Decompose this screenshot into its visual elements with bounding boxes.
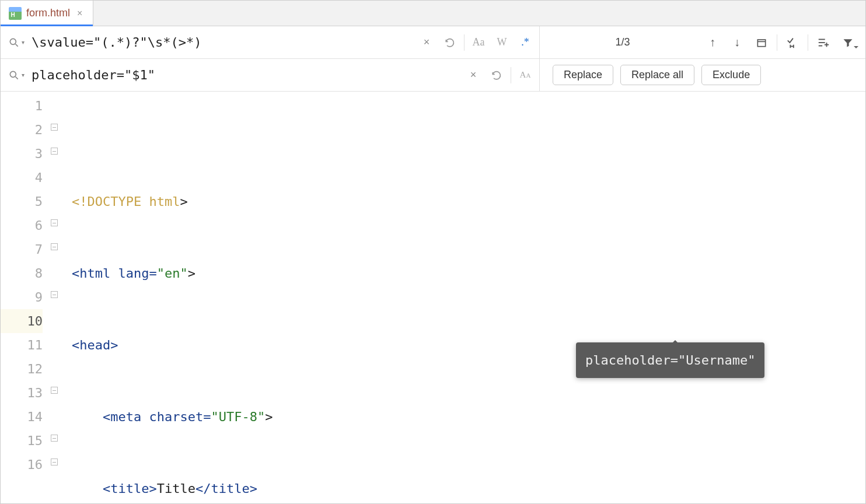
words-toggle[interactable]: W xyxy=(493,33,511,52)
fold-icon[interactable]: – xyxy=(51,148,58,155)
fold-icon[interactable]: – xyxy=(51,124,58,131)
next-match-icon[interactable]: ↓ xyxy=(728,33,746,52)
line-number: 8 xyxy=(1,261,43,285)
gutter: 1 2 3 4 5 6 7 8 9 10 11 12 13 14 15 16 xyxy=(1,92,59,503)
svg-point-0 xyxy=(10,38,16,44)
svg-line-1 xyxy=(16,44,18,46)
line-number: 1 xyxy=(1,94,43,118)
add-selection-icon[interactable] xyxy=(814,33,833,52)
replace-button[interactable]: Replace xyxy=(553,65,613,85)
open-in-window-icon[interactable] xyxy=(752,33,771,52)
match-count: 1/3 xyxy=(608,36,637,48)
svg-point-11 xyxy=(10,71,16,77)
replace-history-chevron-icon[interactable]: ▾ xyxy=(22,72,25,78)
search-bar: ▾ × Aa W .* 1/3 ↑ ↓ xyxy=(1,26,865,59)
replace-history-back-icon[interactable] xyxy=(487,66,506,85)
fold-icon[interactable]: – xyxy=(51,387,58,394)
clear-search-icon[interactable]: × xyxy=(417,33,436,52)
replace-input[interactable] xyxy=(32,68,459,82)
fold-icon[interactable]: – xyxy=(51,435,58,442)
regex-toggle[interactable]: .* xyxy=(516,33,535,52)
line-number: 15 xyxy=(1,429,43,453)
html-file-icon xyxy=(9,7,22,20)
replace-bar: ▾ × AA Replace Replace all Exclude xyxy=(1,59,865,92)
match-case-toggle[interactable]: Aa xyxy=(469,33,488,52)
search-history-chevron-icon[interactable]: ▾ xyxy=(22,39,25,46)
line-number: 7 xyxy=(1,237,43,261)
clear-replace-icon[interactable]: × xyxy=(464,66,483,85)
fold-icon[interactable]: – xyxy=(51,243,58,250)
exclude-button[interactable]: Exclude xyxy=(701,65,761,85)
replace-preview-tooltip: placeholder="Username" xyxy=(576,342,764,378)
line-number: 3 xyxy=(1,142,43,166)
close-tab-icon[interactable]: × xyxy=(75,8,85,19)
line-number: 10 xyxy=(1,309,43,333)
replace-all-button[interactable]: Replace all xyxy=(620,65,694,85)
tab-filename: form.html xyxy=(26,7,70,19)
line-number: 4 xyxy=(1,166,43,190)
search-icon xyxy=(8,36,20,49)
fold-icon[interactable]: – xyxy=(51,219,58,226)
code-editor[interactable]: 1 2 3 4 5 6 7 8 9 10 11 12 13 14 15 16 –… xyxy=(1,92,865,503)
code-area[interactable]: – – – – – – – – <!DOCTYPE html> <html la… xyxy=(59,92,865,503)
preserve-case-toggle[interactable]: AA xyxy=(516,66,535,85)
line-number: 6 xyxy=(1,214,43,237)
prev-match-icon[interactable]: ↑ xyxy=(703,33,722,52)
search-input[interactable] xyxy=(32,35,413,50)
line-number: 12 xyxy=(1,357,43,381)
replace-icon xyxy=(8,69,20,82)
tab-bar: form.html × xyxy=(1,1,865,26)
line-number: 2 xyxy=(1,118,43,142)
svg-rect-2 xyxy=(757,40,765,47)
fold-icon[interactable]: – xyxy=(51,291,58,298)
svg-line-12 xyxy=(16,76,18,79)
line-number: 13 xyxy=(1,381,43,405)
line-number: 9 xyxy=(1,285,43,309)
search-history-back-icon[interactable] xyxy=(441,33,459,52)
line-number: 11 xyxy=(1,333,43,357)
line-number: 14 xyxy=(1,405,43,429)
select-all-occurrences-icon[interactable] xyxy=(783,33,802,52)
filter-icon[interactable] xyxy=(839,33,857,52)
line-number: 5 xyxy=(1,190,43,214)
fold-icon[interactable]: – xyxy=(51,459,58,466)
file-tab[interactable]: form.html × xyxy=(1,1,93,26)
line-number: 16 xyxy=(1,453,43,477)
